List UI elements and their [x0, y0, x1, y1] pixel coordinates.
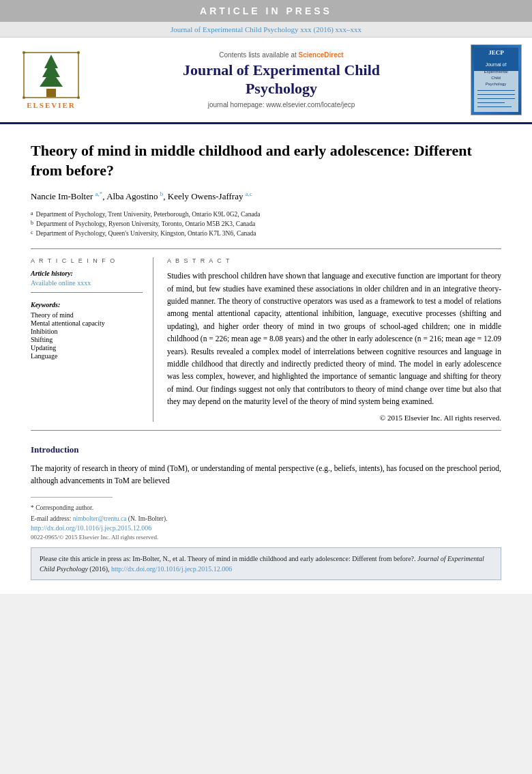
- article-title: Theory of mind in middle childhood and e…: [31, 141, 501, 180]
- journal-homepage: journal homepage: www.elsevier.com/locat…: [208, 101, 355, 109]
- cite-box: Please cite this article in press as: Im…: [31, 547, 501, 580]
- main-content: Theory of mind in middle childhood and e…: [0, 124, 532, 594]
- journal-link-bar: Journal of Experimental Child Psychology…: [0, 22, 532, 38]
- journal-title-block: Contents lists available at ScienceDirec…: [102, 44, 460, 115]
- svg-rect-17: [477, 98, 515, 99]
- keyword-1: Theory of mind: [31, 311, 143, 319]
- svg-text:Psychology: Psychology: [486, 82, 507, 86]
- abstract-text: Studies with preschool children have sho…: [167, 270, 501, 407]
- svg-point-8: [77, 96, 80, 99]
- svg-text:Journal of: Journal of: [486, 62, 507, 67]
- authors-line: Nancie Im-Bolter a,*, Alba Agostino b, K…: [31, 190, 501, 202]
- author-1-sup: a,*: [95, 190, 103, 197]
- svg-text:Experimental: Experimental: [484, 70, 507, 74]
- article-in-press-banner: ARTICLE IN PRESS: [0, 0, 532, 22]
- keyword-6: Language: [31, 352, 143, 360]
- contents-line: Contents lists available at ScienceDirec…: [219, 51, 343, 59]
- email-suffix: (N. Im-Bolter).: [128, 515, 168, 522]
- journal-main-title: Journal of Experimental Child Psychology: [183, 61, 380, 98]
- keyword-3: Inhibition: [31, 328, 143, 335]
- author-2: Alba Agostino: [106, 192, 158, 202]
- jecp-cover: JECP Journal of Experimental Child Psych…: [471, 44, 522, 115]
- abstract-block: A B S T R A C T Studies with preschool c…: [167, 257, 501, 421]
- jecp-cover-image: Journal of Experimental Child Psychology: [474, 57, 518, 112]
- elsevier-wordmark: ELSEVIER: [27, 101, 76, 109]
- history-label: Article history:: [31, 270, 143, 277]
- svg-rect-19: [477, 106, 512, 107]
- abstract-heading: A B S T R A C T: [167, 257, 501, 264]
- introduction-section: Introduction The majority of research in…: [31, 444, 501, 487]
- svg-rect-18: [477, 102, 505, 103]
- cite-doi-link[interactable]: http://dx.doi.org/10.1016/j.jecp.2015.12…: [111, 565, 232, 573]
- cite-year: (2016),: [89, 565, 109, 573]
- doi-link[interactable]: http://dx.doi.org/10.1016/j.jecp.2015.12…: [31, 524, 501, 532]
- svg-text:Child: Child: [491, 76, 501, 80]
- corresponding-note: * Corresponding author.: [31, 503, 501, 513]
- sciencedirect-link[interactable]: ScienceDirect: [299, 51, 344, 59]
- svg-marker-3: [40, 70, 63, 87]
- affil-2: b Department of Psychology, Ryerson Univ…: [31, 219, 501, 229]
- svg-point-5: [23, 51, 25, 54]
- jecp-badge: JECP: [474, 48, 518, 57]
- footnote-block: * Corresponding author. E-mail address: …: [31, 503, 501, 524]
- article-info-heading: A R T I C L E I N F O: [31, 257, 143, 264]
- svg-rect-15: [477, 90, 515, 91]
- keywords-block: Keywords: Theory of mind Mental attentio…: [31, 298, 143, 360]
- author-1: Nancie Im-Bolter: [31, 192, 93, 202]
- svg-point-6: [77, 51, 80, 54]
- author-3: Keely Owens-Jaffray: [168, 192, 243, 202]
- author-3-sup: a,c: [246, 190, 252, 197]
- email-link[interactable]: nimbolter@trentu.ca: [73, 515, 127, 522]
- affiliations-block: a Department of Psychology, Trent Univer…: [31, 210, 501, 239]
- affil-3: c Department of Psychology, Queen's Univ…: [31, 229, 501, 238]
- history-value: Available online xxxx: [31, 279, 143, 287]
- keyword-4: Shifting: [31, 336, 143, 343]
- affil-1: a Department of Psychology, Trent Univer…: [31, 210, 501, 219]
- keywords-label: Keywords:: [31, 301, 143, 309]
- author-2-sup: b: [160, 190, 164, 197]
- keyword-2: Mental attentional capacity: [31, 319, 143, 327]
- history-block: Article history: Available online xxxx: [31, 270, 143, 293]
- article-info-column: A R T I C L E I N F O Article history: A…: [31, 257, 153, 421]
- introduction-text: The majority of research in theory of mi…: [31, 462, 501, 487]
- cite-prefix: Please cite this article in press as: Im…: [40, 555, 416, 562]
- article-info-abstract-section: A R T I C L E I N F O Article history: A…: [31, 248, 501, 430]
- svg-rect-0: [46, 89, 56, 97]
- keyword-5: Updating: [31, 344, 143, 352]
- svg-point-7: [23, 96, 25, 99]
- footnote-divider: [31, 497, 113, 498]
- journal-header: ELSEVIER Contents lists available at Sci…: [0, 38, 532, 124]
- svg-rect-16: [477, 94, 515, 95]
- elsevier-logo: ELSEVIER: [10, 44, 92, 115]
- introduction-heading: Introduction: [31, 444, 501, 455]
- email-line: E-mail address: nimbolter@trentu.ca (N. …: [31, 514, 501, 524]
- issn-line: 0022-0965/© 2015 Elsevier Inc. All right…: [31, 534, 501, 541]
- copyright-line: © 2015 Elsevier Inc. All rights reserved…: [167, 414, 501, 422]
